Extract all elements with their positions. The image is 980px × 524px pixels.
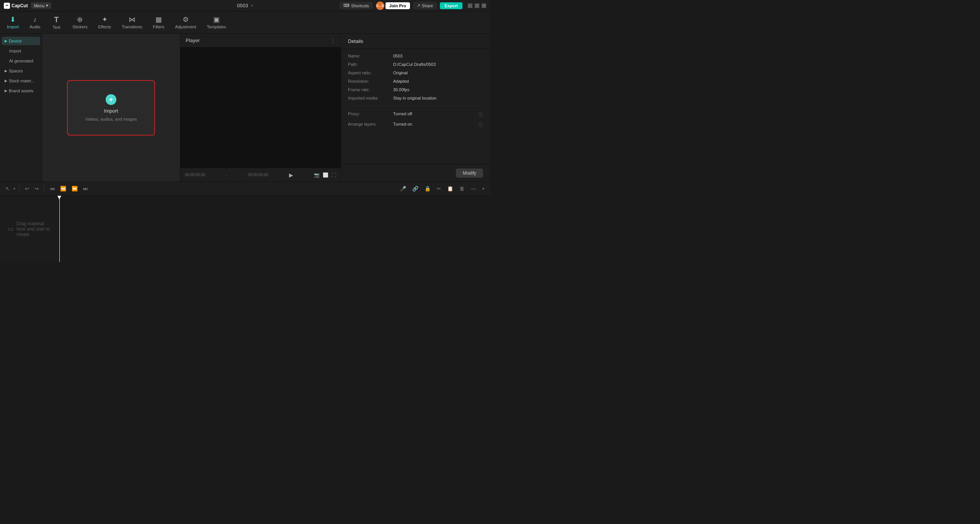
toolbar-item-stickers[interactable]: ⊕ Stickers	[67, 14, 93, 31]
left-sidebar: ▶ Device Import AI generated ▶ Spaces ▶ …	[0, 34, 42, 182]
import-drop-box[interactable]: + Import Videos, audios, and images	[67, 80, 155, 136]
shortcuts-label: Shortcuts	[351, 3, 369, 8]
sidebar-stock-label: Stock mater...	[9, 79, 34, 83]
toolbar-item-import[interactable]: ⬇ Import	[2, 14, 24, 31]
window-controls: — □ ✕	[468, 3, 486, 8]
toolbar-item-adjustment[interactable]: ⚙ Adjustment	[170, 14, 201, 31]
player-controls: 00:00:00:00 - 00:00:00:00 ▶ 📷 ⬜ ⛶	[180, 168, 341, 182]
join-pro-button[interactable]: Join Pro	[385, 2, 410, 9]
scissors-button[interactable]: ✂	[435, 185, 443, 192]
device-arrow-icon: ▶	[5, 39, 7, 43]
import-box-sublabel: Videos, audios, and images	[85, 117, 137, 121]
audio-label: Audio	[29, 25, 40, 29]
ratio-button[interactable]: ⬜	[323, 172, 328, 178]
sidebar-item-ai-generated[interactable]: AI generated	[2, 57, 40, 65]
text-label: Text	[52, 25, 60, 29]
player-menu-icon[interactable]: ⋮	[330, 38, 335, 43]
toolbar-item-transitions[interactable]: ⋈ Transitions	[116, 14, 147, 31]
adjustment-label: Adjustment	[175, 25, 196, 29]
timeline-area: ↖ ▾ ↩ ↪ ⏮ ⏪ ⏩ ⏭ 🎤 🔗 🔒 ✂ 📋 🗑 — + ▭ Drag m…	[0, 182, 490, 262]
export-button[interactable]: Export	[440, 2, 462, 9]
capcut-logo: ✂ CapCut	[4, 3, 28, 9]
filters-icon: ▦	[155, 16, 162, 23]
effects-label: Effects	[98, 25, 111, 29]
user-badge: C...5 Join Pro	[376, 2, 410, 10]
sidebar-item-device[interactable]: ▶ Device	[2, 37, 40, 45]
timeline-labels: ▭ Drag material here and start to create	[0, 196, 59, 262]
detail-divider-1	[348, 106, 483, 106]
play-button[interactable]: ▶	[289, 172, 293, 178]
undo-button[interactable]: ↩	[23, 185, 31, 192]
link-button[interactable]: 🔗	[411, 185, 420, 192]
toolbar-item-audio[interactable]: ♪ Audio	[24, 14, 46, 31]
crop-button[interactable]: ⏩	[70, 185, 79, 192]
titlebar: ✂ CapCut Menu ▾ 0503 ▾ ⌨ Shortcuts C...5…	[0, 0, 490, 11]
cursor-tool-button[interactable]: ↖	[4, 185, 11, 192]
minimize-button[interactable]: —	[468, 3, 472, 8]
player-header: Player ⋮	[180, 34, 341, 47]
transitions-label: Transitions	[122, 25, 142, 29]
user-initials: C...5	[376, 4, 384, 8]
title-expand-icon: ▾	[251, 3, 253, 8]
user-avatar[interactable]: C...5	[376, 2, 384, 10]
trim-button[interactable]: ⏭	[82, 185, 90, 192]
delete-button[interactable]: ⏪	[59, 185, 68, 192]
framerate-value: 30.00fps	[393, 87, 409, 92]
share-button[interactable]: ↗ Share	[413, 2, 437, 9]
lock-button[interactable]: 🔒	[423, 185, 432, 192]
redo-button[interactable]: ↪	[33, 185, 40, 192]
sidebar-import-label: Import	[5, 49, 21, 53]
timeline-toolbar: ↖ ▾ ↩ ↪ ⏮ ⏪ ⏩ ⏭ 🎤 🔗 🔒 ✂ 📋 🗑 — +	[0, 182, 490, 196]
stickers-label: Stickers	[72, 25, 87, 29]
detail-row-name: Name: 0503	[348, 54, 483, 58]
resolution-value: Adapted	[393, 79, 409, 84]
sidebar-item-stock-material[interactable]: ▶ Stock mater...	[2, 77, 40, 85]
modify-button[interactable]: Modify	[456, 169, 483, 178]
player-content	[180, 47, 341, 168]
split-button[interactable]: ⏮	[48, 185, 56, 192]
drag-icon: ▭	[8, 225, 13, 233]
sidebar-item-spaces[interactable]: ▶ Spaces	[2, 67, 40, 75]
sidebar-item-brand-assets[interactable]: ▶ Brand assets	[2, 87, 40, 95]
drag-label: Drag material here and start to create	[16, 221, 51, 237]
details-panel: Details Name: 0503 Path: D:/CapCut Draft…	[341, 34, 490, 182]
menu-button[interactable]: Menu ▾	[31, 2, 52, 9]
logo-icon: ✂	[4, 3, 10, 9]
player-controls-right: 📷 ⬜ ⛶	[314, 172, 336, 178]
copy-button[interactable]: 📋	[446, 185, 455, 192]
mic-button[interactable]: 🎤	[399, 185, 408, 192]
player-area: Player ⋮ 00:00:00:00 - 00:00:00:00 ▶ 📷 ⬜…	[180, 34, 341, 182]
timeline-cursor	[59, 196, 60, 262]
close-button[interactable]: ✕	[482, 3, 486, 8]
arrange-info-icon[interactable]: ⓘ	[479, 122, 483, 128]
toolbar-item-text[interactable]: T Text	[46, 13, 67, 32]
toolbar-item-filters[interactable]: ▦ Filters	[147, 14, 170, 31]
trash-button[interactable]: 🗑	[458, 185, 466, 192]
stock-arrow-icon: ▶	[5, 79, 7, 83]
sidebar-item-import[interactable]: Import	[2, 47, 40, 55]
sidebar-brand-label: Brand assets	[9, 88, 33, 93]
import-box-label: Import	[104, 108, 118, 114]
tl-divider-2	[44, 186, 44, 192]
shortcuts-button[interactable]: ⌨ Shortcuts	[340, 2, 372, 9]
titlebar-left: ✂ CapCut Menu ▾	[4, 2, 51, 9]
snapshot-button[interactable]: 📷	[314, 172, 320, 178]
zoom-out-button[interactable]: —	[469, 185, 477, 192]
titlebar-right: ⌨ Shortcuts C...5 Join Pro ↗ Share Expor…	[340, 2, 486, 10]
titlebar-center: 0503 ▾	[237, 3, 253, 8]
toolbar-item-templates[interactable]: ▣ Templates	[201, 14, 231, 31]
zoom-in-button[interactable]: +	[480, 185, 486, 192]
toolbar-item-effects[interactable]: ✦ Effects	[93, 14, 116, 31]
name-value: 0503	[393, 54, 402, 58]
proxy-info-icon[interactable]: ⓘ	[479, 111, 483, 118]
maximize-button[interactable]: □	[475, 3, 479, 8]
detail-row-proxy: Proxy: Turned off ⓘ	[348, 111, 483, 118]
name-label: Name:	[348, 54, 390, 58]
aspect-value: Original	[393, 70, 408, 75]
adjustment-icon: ⚙	[183, 16, 189, 23]
detail-row-arrange: Arrange layers: Turned on ⓘ	[348, 122, 483, 128]
cursor-arrow-icon: ▾	[13, 187, 15, 191]
audio-icon: ♪	[33, 16, 37, 23]
fullscreen-button[interactable]: ⛶	[332, 172, 336, 178]
import-label: Import	[7, 25, 19, 29]
